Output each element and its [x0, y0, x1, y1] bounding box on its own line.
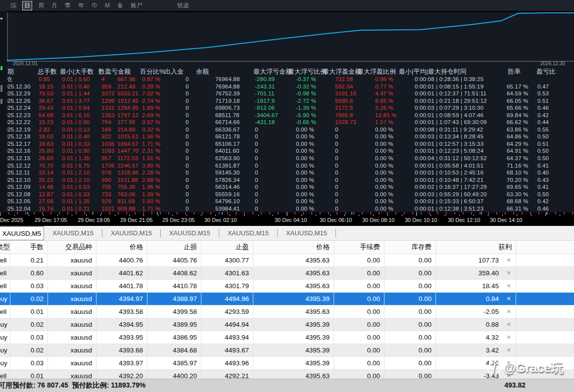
stats-cell: 64.29 % — [507, 140, 528, 148]
stats-cell: 764 — [101, 119, 111, 126]
tab-XAUUSD,M15-5[interactable]: XAUUSD,M15 — [278, 226, 335, 240]
stats-row[interactable]: 2025.12.1025.220.01 | 2.109901511.882.68… — [0, 176, 574, 184]
position-row[interactable]: sell0.21xauusd4400.764405.764300.774395.… — [0, 254, 574, 267]
close-position-button[interactable]: × — [502, 254, 516, 266]
stats-cell: 27.68 — [39, 198, 53, 205]
tab-XAUUSD,M15-2[interactable]: XAUUSD,M15 — [102, 226, 160, 240]
close-position-button[interactable]: × — [502, 293, 516, 305]
stats-cell: 65.66 % — [507, 104, 528, 112]
menu-item-周[interactable]: 周 — [37, 1, 46, 10]
stats-row[interactable]: 持仓0.850.01 | 0.604667.980.87 %076964.88-… — [0, 76, 574, 83]
stats-cell: 0 — [335, 155, 338, 162]
profit-cell: 4.32× — [436, 331, 516, 344]
menu-item-综[interactable]: 综 — [9, 1, 18, 10]
margin-info-text: 可用预付款: 76 807.45 预付款比例: 11893.79% — [0, 381, 145, 390]
stats-row[interactable]: 2025.12.1818.030.01 | 0.409221015.611.56… — [0, 133, 574, 140]
stats-row[interactable]: 2025.12.0914.480.01 | 0.53705755.301.36 … — [0, 183, 574, 191]
price-cell: 4395.39 — [253, 357, 334, 369]
position-row[interactable]: buy0.02xauusd4394.974388.974494.964395.3… — [0, 293, 574, 305]
stats-row[interactable]: 2025.12.0415.740.01 | 0.211021909.881.71… — [0, 205, 574, 212]
stats-row[interactable]: 2025.12.0812.870.01 | 0.33733763.061.39 … — [0, 191, 574, 198]
stats-cell: 56314.46 — [215, 183, 240, 191]
stats-row[interactable]: 2025.12.2979.530.01 | 1.4433725033.217.0… — [0, 90, 574, 97]
close-position-button[interactable]: × — [502, 267, 516, 279]
close-position-button[interactable]: × — [502, 305, 516, 318]
menu-item-年[interactable]: 年 — [77, 1, 86, 10]
stats-row[interactable]: 2025.12.2636.670.01 | 3.7712991912.452.7… — [0, 97, 574, 105]
stats-cell: 8.65 % — [375, 97, 393, 105]
chart-time-axis[interactable]: Dec 202529 Dec 17:0529 Dec 19:0529 Dec 2… — [0, 215, 574, 226]
tab-XAUUSD,M15-4[interactable]: XAUUSD,M15 — [219, 226, 277, 240]
menu-item-轨迹[interactable]: 轨迹 — [176, 1, 191, 10]
stats-row[interactable]: 2025.12.1276.700.01 | 6.7517062246.573.8… — [0, 162, 574, 170]
stats-row[interactable]: 2025.12.1526.690.01 | 1.359571172.031.91… — [0, 155, 574, 162]
position-row[interactable]: sell0.60xauusd4401.624408.624301.634395.… — [0, 267, 574, 280]
stats-cell: 0.01 | 0.90 — [62, 119, 90, 126]
stats-cell: 0 — [335, 191, 338, 198]
close-position-button[interactable]: × — [502, 318, 516, 331]
stats-cell: 0:00:08 | 0:28:36 | 0:38:25 — [415, 76, 483, 83]
menu-item-备[interactable]: 备 — [116, 1, 125, 10]
stats-cell: 0 — [186, 147, 189, 155]
stats-cell: 0.01 | 0.33 — [62, 140, 90, 148]
equity-chart-panel[interactable]: 2025.12.01 2025.12.30 — [0, 11, 574, 66]
stats-row[interactable]: 2025.12.1625.800.01 | 0.9010831447.702.3… — [0, 147, 574, 155]
tab-XAUUSD,M15-3[interactable]: XAUUSD,M15 — [161, 226, 219, 240]
position-row[interactable]: buy0.03xauusd4393.954386.954493.944395.3… — [0, 331, 574, 344]
stats-row[interactable]: 2025.12.3018.150.01 | 0.40959212.490.28 … — [0, 83, 574, 90]
position-row[interactable]: sell0.01xauusd4393.584399.584293.594395.… — [0, 305, 574, 318]
stats-cell: 66.05 % — [507, 97, 528, 105]
profit-cell: 3.42× — [436, 344, 516, 356]
stats-row[interactable]: 2025.12.1718.630.01 | 0.3310361094.571.7… — [0, 140, 574, 148]
tab-XAUUSD,M15-1[interactable]: XAUUSD,M15 — [44, 226, 102, 240]
type-cell: buy — [0, 293, 10, 305]
stats-cell: 0 — [335, 169, 338, 176]
close-position-button[interactable]: × — [502, 357, 516, 369]
stats-row[interactable]: 2025.12.1133.140.01 | 2.109781318.962.28… — [0, 169, 574, 176]
stats-cell: 1.36 % — [142, 183, 160, 191]
stats-cell: 0.00 % — [375, 176, 393, 184]
stats-row[interactable]: 2025.12.2215.230.01 | 0.90764377.990.57 … — [0, 119, 574, 126]
menu-item-季[interactable]: 季 — [63, 1, 72, 10]
menu-item-巾[interactable]: 巾 — [90, 1, 99, 10]
stats-cell: 0.00 % — [296, 198, 314, 205]
stats-cell: 79.53 — [39, 90, 53, 97]
time-axis-label: 30 Dec 08:10 — [362, 217, 394, 223]
stats-cell: 1021 — [101, 205, 114, 212]
stats-row[interactable]: 2025.12.2354.680.01 | 6.1013531797.122.6… — [0, 112, 574, 119]
menu-item-日[interactable]: 日 — [22, 1, 32, 10]
stats-cell: -243.31 — [255, 83, 275, 90]
position-row[interactable]: buy0.02xauusd4393.684384.684493.674395.3… — [0, 344, 574, 357]
close-position-button[interactable]: × — [502, 344, 516, 356]
stats-row[interactable]: 2025.12.0527.680.01 | 1.35929811.691.50 … — [0, 198, 574, 205]
stats-cell: -3404.67 — [255, 112, 278, 119]
strip-mark — [0, 66, 2, 70]
position-row[interactable]: buy0.02xauusd4394.954389.954494.944395.3… — [0, 318, 574, 331]
close-position-button[interactable]: × — [502, 280, 516, 292]
col-header-open: 价格 — [96, 241, 147, 254]
profit-cell: 4.26× — [436, 357, 516, 369]
swap-cell: 0.00 — [384, 267, 436, 279]
stats-cell: 0:00:03 | 0:55:29 | 50:49:20 — [415, 191, 487, 198]
stats-cell: 755.30 — [117, 183, 135, 191]
stats-row[interactable]: 2025.12.192.820.01 | 0.13166214.890.32 %… — [0, 126, 574, 133]
menu-item-账尸[interactable]: 账尸 — [129, 1, 144, 10]
close-position-button[interactable]: × — [502, 331, 516, 344]
swap-cell: 0.00 — [384, 344, 436, 356]
position-row[interactable]: buy0.03xauusd4393.974385.974493.964395.3… — [0, 357, 574, 370]
stats-cell: 0 — [186, 133, 189, 140]
swap-cell: 0.00 — [384, 331, 436, 344]
stats-cell: 0.85 — [39, 76, 50, 83]
menu-item-月[interactable]: 月 — [50, 1, 59, 10]
status-bar: 可用预付款: 76 807.45 预付款比例: 11893.79% 493.82 — [0, 379, 574, 392]
stats-cell: -280.89 — [255, 76, 275, 83]
stats-row[interactable]: 2025.12.2429.430.01 | 0.8413311294.951.8… — [0, 104, 574, 112]
col-header-symbol: 交易品种 — [48, 241, 96, 254]
stats-cell: 76.70 — [39, 162, 53, 170]
stats-cell: 0:00:01 | 0:10:48 | 7:42:21 — [415, 176, 483, 184]
stats-cell: 0:00:01 | 0:08:15 | 1:55:19 — [415, 83, 483, 90]
tab-XAUUSD,M5[interactable]: XAUUSD,M5 — [0, 226, 44, 240]
stats-cell: 0 — [186, 83, 189, 90]
menu-item-M[interactable]: M — [103, 1, 111, 9]
position-row[interactable]: sell0.03xauusd4401.784410.784301.794395.… — [0, 280, 574, 293]
